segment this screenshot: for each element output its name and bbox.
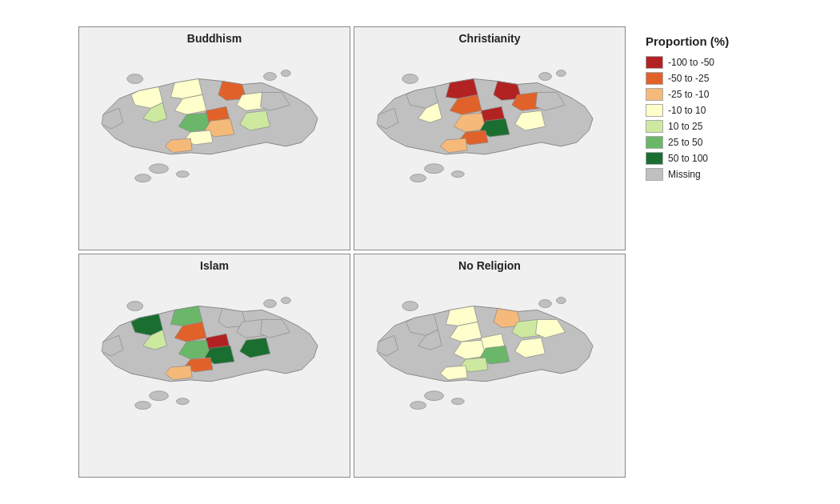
svg-point-83 bbox=[451, 398, 464, 405]
legend-label-5: 25 to 50 bbox=[668, 137, 702, 148]
map-svg-buddhism bbox=[79, 27, 350, 250]
legend: Proportion (%) -100 to -50 -50 to -25 -2… bbox=[634, 26, 762, 192]
svg-point-43 bbox=[556, 70, 566, 77]
legend-color-7 bbox=[646, 168, 663, 181]
legend-label-6: 50 to 100 bbox=[668, 153, 708, 164]
svg-point-84 bbox=[410, 402, 426, 410]
legend-label-2: -25 to -10 bbox=[668, 89, 709, 100]
legend-item-3: -10 to 10 bbox=[646, 104, 750, 117]
legend-item-2: -25 to -10 bbox=[646, 88, 750, 101]
map-svg-christianity bbox=[354, 27, 625, 250]
svg-point-41 bbox=[402, 74, 418, 84]
map-title-islam: Islam bbox=[79, 256, 350, 274]
legend-color-2 bbox=[646, 88, 663, 101]
maps-grid: Buddhism bbox=[78, 26, 626, 478]
legend-color-3 bbox=[646, 104, 663, 117]
svg-point-61 bbox=[176, 398, 189, 405]
svg-point-42 bbox=[539, 73, 552, 81]
legend-label-1: -50 to -25 bbox=[668, 73, 709, 84]
legend-label-0: -100 to -50 bbox=[668, 57, 714, 68]
svg-point-63 bbox=[127, 302, 143, 311]
svg-point-62 bbox=[135, 402, 151, 410]
map-title-buddhism: Buddhism bbox=[79, 29, 350, 46]
legend-item-1: -50 to -25 bbox=[646, 72, 750, 85]
map-title-no-religion: No Religion bbox=[354, 256, 625, 274]
svg-point-21 bbox=[281, 70, 290, 77]
legend-label-4: 10 to 25 bbox=[668, 121, 702, 132]
legend-item-4: 10 to 25 bbox=[646, 120, 750, 133]
legend-title: Proportion (%) bbox=[646, 34, 750, 48]
legend-color-6 bbox=[646, 152, 663, 165]
map-panel-christianity: Christianity bbox=[354, 26, 626, 250]
main-container: Buddhism bbox=[70, 18, 770, 486]
legend-item-5: 25 to 50 bbox=[646, 136, 750, 149]
svg-point-16 bbox=[150, 164, 169, 174]
legend-color-1 bbox=[646, 72, 663, 85]
map-title-christianity: Christianity bbox=[354, 29, 625, 46]
svg-point-86 bbox=[539, 300, 552, 308]
svg-point-65 bbox=[281, 298, 290, 304]
svg-point-87 bbox=[556, 298, 566, 304]
svg-point-82 bbox=[425, 391, 444, 401]
svg-point-20 bbox=[264, 73, 277, 81]
legend-color-0 bbox=[646, 56, 663, 69]
svg-point-64 bbox=[264, 300, 277, 308]
svg-point-18 bbox=[135, 174, 151, 182]
map-svg-no-religion bbox=[354, 254, 625, 477]
svg-point-17 bbox=[176, 171, 189, 178]
legend-item-6: 50 to 100 bbox=[646, 152, 750, 165]
map-panel-islam: Islam bbox=[78, 254, 350, 478]
svg-point-60 bbox=[150, 391, 169, 401]
svg-point-85 bbox=[402, 302, 418, 311]
legend-item-0: -100 to -50 bbox=[646, 56, 750, 69]
legend-color-5 bbox=[646, 136, 663, 149]
legend-color-4 bbox=[646, 120, 663, 133]
legend-item-7: Missing bbox=[646, 168, 750, 181]
map-svg-islam bbox=[79, 254, 350, 477]
svg-point-19 bbox=[127, 74, 143, 84]
svg-point-39 bbox=[451, 171, 464, 178]
map-panel-buddhism: Buddhism bbox=[78, 26, 350, 250]
svg-point-38 bbox=[425, 164, 444, 174]
map-panel-no-religion: No Religion bbox=[354, 254, 626, 478]
svg-point-40 bbox=[410, 174, 426, 182]
legend-label-7: Missing bbox=[668, 169, 701, 180]
legend-label-3: -10 to 10 bbox=[668, 105, 706, 116]
